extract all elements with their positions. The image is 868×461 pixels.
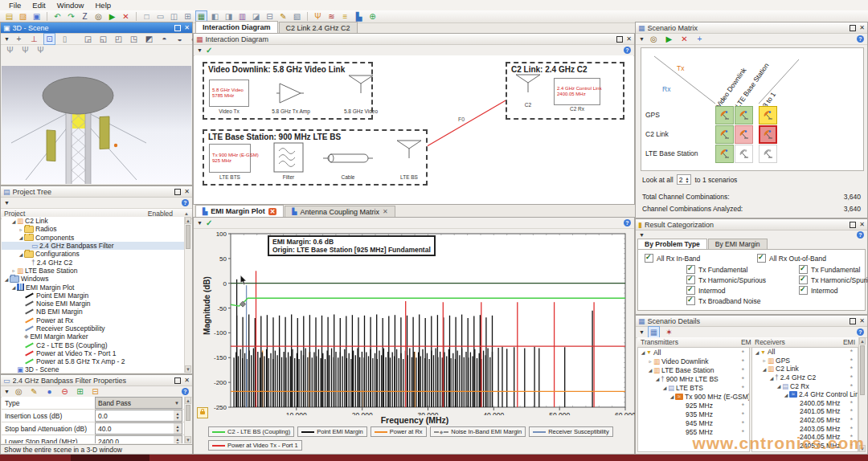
tree-item-power-at-video-tx-port-1[interactable]: Power at Video Tx - Port 1 bbox=[2, 349, 184, 357]
scroll-down-icon[interactable]: ▼ bbox=[185, 365, 191, 373]
iso-view-icon[interactable]: ◲ bbox=[82, 33, 94, 45]
chevron-down-icon[interactable]: ▼ bbox=[4, 200, 10, 206]
tree-item-tx-900-mhz-e-gsm-[interactable]: ◢≈Tx 900 MHz (E-GSM)* bbox=[638, 392, 749, 401]
edit-pencil-icon[interactable]: ✎ bbox=[277, 10, 289, 22]
tree-item-925-mhz[interactable]: 925 MHz* bbox=[638, 401, 749, 410]
legend-power-at-rx[interactable]: Power at Rx bbox=[371, 426, 427, 437]
menu-window[interactable]: Window bbox=[51, 1, 90, 10]
checkbox-intermod[interactable]: Intermod bbox=[686, 286, 726, 295]
collapse-icon[interactable]: ◢ bbox=[761, 366, 768, 372]
expand-icon[interactable]: ▹ bbox=[761, 357, 768, 363]
transmitters-label[interactable]: Transmitters bbox=[641, 338, 678, 346]
result-tab-antenna-coupling-matrix[interactable]: ▙Antenna Coupling Matrix✕ bbox=[285, 206, 395, 217]
spin-down-icon[interactable]: ▼ bbox=[685, 180, 689, 183]
expand-matrix-icon[interactable]: + bbox=[694, 33, 706, 45]
window-new-icon[interactable]: □ bbox=[141, 10, 153, 22]
antenna-3-icon[interactable]: Ψ bbox=[35, 44, 47, 56]
collapse-icon[interactable]: ◢ bbox=[654, 376, 661, 381]
help-icon[interactable]: ? bbox=[182, 199, 189, 206]
checkbox-icon[interactable] bbox=[686, 286, 695, 295]
emi-column-label[interactable]: EMI bbox=[843, 338, 855, 346]
video-tx-radio[interactable]: 5.8 GHz Video 5785 MHz bbox=[209, 80, 249, 107]
checkbox-icon[interactable] bbox=[799, 286, 808, 295]
redo-icon[interactable]: ↷ bbox=[65, 10, 77, 22]
tree-item-lte-base-station[interactable]: ▹▥LTE Base Station bbox=[2, 267, 184, 275]
checkbox-tx-harmonic-spurious[interactable]: Tx Harmonic/Spurious bbox=[799, 275, 868, 284]
undo-icon[interactable]: ↶ bbox=[51, 10, 63, 22]
matrix-cell-c2-link-x-lte-base-station[interactable] bbox=[735, 125, 753, 144]
tree-item-noise-emi-margin[interactable]: Noise EMI Margin bbox=[2, 300, 184, 308]
legend-point-emi-margin[interactable]: Point EMI Margin bbox=[297, 426, 367, 437]
pan-icon[interactable]: + bbox=[13, 33, 25, 45]
left-view-icon[interactable]: ◳ bbox=[128, 33, 140, 45]
bottom-view-icon[interactable]: ◒ bbox=[174, 33, 186, 45]
scroll-up-icon[interactable]: ▲ bbox=[859, 337, 866, 345]
antenna-2-icon[interactable]: Ψ bbox=[19, 44, 31, 56]
tab-close-icon[interactable]: ✕ bbox=[383, 208, 388, 215]
close-icon[interactable]: ✕ bbox=[859, 25, 865, 31]
collapse-icon[interactable]: ◢ bbox=[783, 392, 789, 398]
chevron-down-icon[interactable]: ▼ bbox=[639, 232, 645, 238]
checkbox-all-rx-in-band[interactable]: All Rx In-Band bbox=[645, 254, 700, 263]
checkbox-tx-fundamental[interactable]: Tx Fundamental bbox=[686, 265, 747, 274]
float-icon[interactable] bbox=[850, 222, 856, 228]
back-view-icon[interactable]: ◰ bbox=[113, 33, 125, 45]
open-project-icon[interactable]: ▨ bbox=[17, 10, 29, 22]
tree-item-power-at-rx[interactable]: Power at Rx bbox=[2, 316, 184, 324]
collapse-icon[interactable]: ◢ bbox=[640, 349, 646, 355]
fit-view-icon[interactable]: ⊡ bbox=[43, 33, 55, 45]
checkbox-icon[interactable] bbox=[799, 275, 808, 284]
right-view-icon[interactable]: ◩ bbox=[143, 33, 155, 45]
antenna-tool-icon[interactable]: Ψ bbox=[312, 10, 324, 22]
scene3d-titlebar[interactable]: ▣ 3D - Scene ✕ bbox=[1, 22, 192, 34]
chevron-down-icon[interactable]: ▼ bbox=[639, 329, 645, 335]
matrix-cell-lte-base-station-x-lte-base-station[interactable] bbox=[735, 145, 753, 163]
result-categorization-titlebar[interactable]: ▮ Result Categorization ✕ bbox=[636, 219, 867, 230]
tree-item-emi-margin-marker[interactable]: ◆EMI Margin Marker bbox=[2, 332, 184, 341]
collapse-icon[interactable]: ◢ bbox=[18, 235, 24, 240]
tree-item-power-at-5-8-ghz-tx-amp-2[interactable]: Power at 5.8 GHz Tx Amp - 2 bbox=[2, 357, 184, 365]
collapse-icon[interactable]: ◢ bbox=[10, 218, 17, 224]
emi-margin-icon[interactable]: ≋ bbox=[326, 10, 338, 22]
axes-icon[interactable]: ⊥ bbox=[28, 33, 40, 45]
menu-file[interactable]: File bbox=[3, 1, 27, 10]
results-plot-icon[interactable]: ▙ bbox=[353, 10, 365, 22]
filter-symbol[interactable] bbox=[273, 142, 304, 173]
spinner-buttons[interactable]: ▲▼ bbox=[174, 422, 182, 434]
matrix-cell-lte-base-station-x-video-downlink[interactable] bbox=[715, 145, 734, 163]
interaction-titlebar[interactable]: ▦ Interaction Diagram ✕ bbox=[194, 34, 634, 45]
c2-antenna-symbol[interactable] bbox=[514, 73, 542, 94]
antenna-view-icon[interactable]: ✶ bbox=[663, 326, 675, 338]
float-icon[interactable] bbox=[850, 25, 856, 31]
checkbox-icon[interactable] bbox=[757, 254, 766, 263]
filter-properties-titlebar[interactable]: ▭ 2.4 GHz Bandpass Filter Properties ✕ bbox=[1, 375, 192, 386]
lte-antenna-symbol[interactable] bbox=[395, 139, 423, 160]
doc-tab-c2-link-2-4-ghz-c2[interactable]: C2 Link 2.4 GHz C2 bbox=[279, 22, 358, 33]
interaction-diagram-canvas[interactable]: Video Downlink: 5.8 GHz Video Link 5.8 G… bbox=[194, 55, 633, 203]
checkbox-intermod[interactable]: Intermod bbox=[799, 286, 838, 295]
tree-item-all[interactable]: ◢▼All* bbox=[752, 348, 858, 357]
checkbox-tx-broadband-noise[interactable]: Tx Broadband Noise bbox=[686, 296, 761, 305]
collapse-icon[interactable]: ◢ bbox=[768, 375, 775, 381]
checkbox-icon[interactable] bbox=[686, 265, 695, 274]
tree-item-2-4-ghz-control-link[interactable]: ◢≈2.4 GHz Control Link* bbox=[752, 390, 858, 399]
coupling-matrix-icon[interactable]: ≡ bbox=[339, 10, 351, 22]
tab-by-problem-type[interactable]: By Problem Type bbox=[637, 239, 707, 249]
tree-item-components[interactable]: ◢Components bbox=[2, 234, 184, 242]
run-analysis-icon[interactable]: ▶ bbox=[106, 10, 118, 22]
tree-item-c2-link[interactable]: ◢▥C2 Link* bbox=[752, 365, 858, 373]
refresh-icon[interactable]: ⊕ bbox=[366, 10, 379, 22]
collapse-icon[interactable]: ◢ bbox=[661, 385, 668, 390]
tree-item-video-downlink[interactable]: ▹▥Video Downlink* bbox=[638, 357, 749, 365]
tree-item-point-emi-margin[interactable]: Point EMI Margin bbox=[2, 292, 184, 300]
checkbox-icon[interactable] bbox=[645, 254, 653, 263]
collapse-icon[interactable]: ◢ bbox=[3, 276, 10, 282]
float-icon[interactable] bbox=[174, 25, 181, 31]
tree-item-nb-emi-margin[interactable]: NB EMI Margin bbox=[2, 308, 184, 316]
scenario-details-titlebar[interactable]: ▦ Scenario Details ✕ bbox=[636, 316, 867, 327]
tree-item-2-4-ghz-c2[interactable]: †2.4 GHz C2 bbox=[2, 258, 184, 266]
value-input[interactable]: 0.0 bbox=[95, 410, 174, 422]
close-icon[interactable]: ✕ bbox=[859, 222, 865, 228]
chevron-down-icon[interactable]: ▼ bbox=[197, 47, 203, 53]
value-input[interactable]: 2400.0 bbox=[95, 435, 174, 443]
